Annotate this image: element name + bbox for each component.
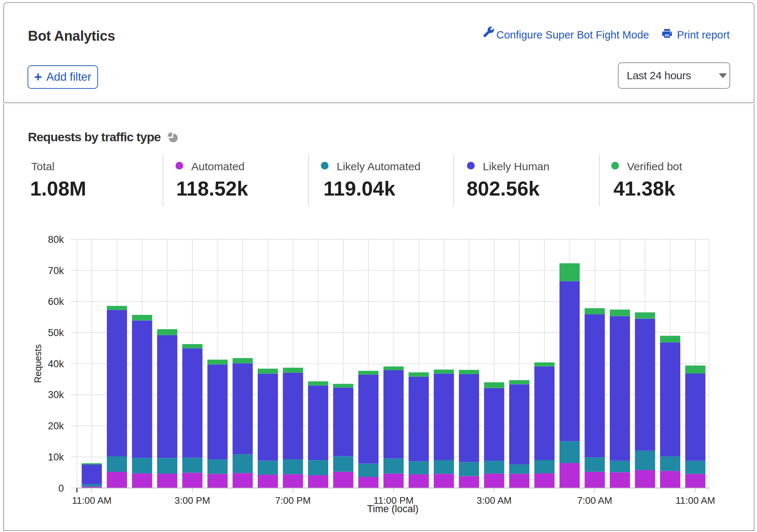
svg-text:11:00 AM: 11:00 AM: [72, 495, 112, 506]
svg-text:80k: 80k: [48, 234, 64, 245]
svg-text:50k: 50k: [48, 327, 64, 338]
svg-text:40k: 40k: [48, 358, 64, 369]
svg-text:11:00 AM: 11:00 AM: [675, 495, 715, 506]
svg-text:70k: 70k: [48, 265, 64, 276]
svg-text:Requests: Requests: [33, 344, 43, 383]
svg-text:30k: 30k: [48, 389, 64, 400]
svg-text:0: 0: [58, 483, 64, 494]
svg-text:3:00 AM: 3:00 AM: [477, 495, 511, 506]
svg-text:3:00 PM: 3:00 PM: [175, 495, 210, 506]
svg-text:Time (local): Time (local): [367, 503, 419, 514]
svg-text:20k: 20k: [48, 420, 64, 431]
svg-text:10k: 10k: [48, 452, 64, 463]
svg-text:7:00 PM: 7:00 PM: [275, 495, 311, 506]
svg-text:7:00 AM: 7:00 AM: [577, 495, 612, 506]
svg-text:60k: 60k: [48, 296, 64, 307]
